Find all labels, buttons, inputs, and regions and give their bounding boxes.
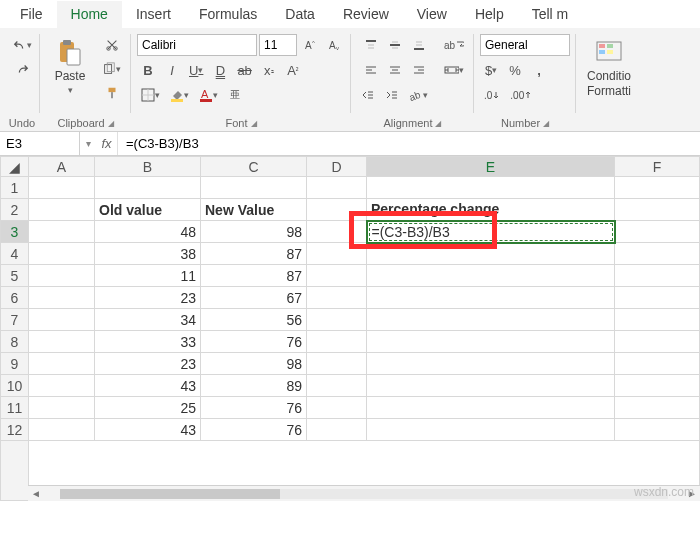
col-header-E[interactable]: E [367, 157, 615, 177]
cell-A4[interactable] [29, 243, 95, 265]
cell-F9[interactable] [615, 353, 700, 375]
row-header-11[interactable]: 11 [1, 397, 29, 419]
cell-A8[interactable] [29, 331, 95, 353]
currency-button[interactable]: $ [480, 59, 502, 81]
scroll-track[interactable] [60, 489, 668, 499]
row-header-8[interactable]: 8 [1, 331, 29, 353]
col-header-C[interactable]: C [201, 157, 307, 177]
cell-D12[interactable] [307, 419, 367, 441]
cell-E2[interactable]: Percentage change [367, 199, 615, 221]
cell-B4[interactable]: 38 [95, 243, 201, 265]
decrease-indent-button[interactable] [357, 84, 379, 106]
align-top-button[interactable] [360, 34, 382, 56]
tab-view[interactable]: View [403, 1, 461, 28]
cell-A10[interactable] [29, 375, 95, 397]
cell-B3[interactable]: 48 [95, 221, 201, 243]
cell-A12[interactable] [29, 419, 95, 441]
cell-C10[interactable]: 89 [201, 375, 307, 397]
col-header-B[interactable]: B [95, 157, 201, 177]
cell-D11[interactable] [307, 397, 367, 419]
row-header-4[interactable]: 4 [1, 243, 29, 265]
format-painter-button[interactable] [101, 82, 123, 104]
cell-F1[interactable] [615, 177, 700, 199]
cell-C4[interactable]: 87 [201, 243, 307, 265]
superscript-button[interactable]: A² [282, 59, 304, 81]
cell-E12[interactable] [367, 419, 615, 441]
cell-A9[interactable] [29, 353, 95, 375]
cell-D5[interactable] [307, 265, 367, 287]
tab-tellme[interactable]: Tell m [518, 1, 583, 28]
cell-E1[interactable] [367, 177, 615, 199]
bold-button[interactable]: B [137, 59, 159, 81]
cell-D2[interactable] [307, 199, 367, 221]
row-header-3[interactable]: 3 [1, 221, 29, 243]
cell-C6[interactable]: 67 [201, 287, 307, 309]
alignment-launcher-icon[interactable]: ◢ [435, 119, 441, 128]
cell-D8[interactable] [307, 331, 367, 353]
cell-F7[interactable] [615, 309, 700, 331]
undo-button[interactable] [9, 34, 36, 56]
merge-center-button[interactable] [440, 59, 468, 81]
align-left-button[interactable] [360, 59, 382, 81]
row-header-2[interactable]: 2 [1, 199, 29, 221]
cell-F6[interactable] [615, 287, 700, 309]
font-name-combo[interactable] [137, 34, 257, 56]
cell-B1[interactable] [95, 177, 201, 199]
clipboard-launcher-icon[interactable]: ◢ [108, 119, 114, 128]
fill-color-button[interactable] [166, 84, 193, 106]
orientation-button[interactable]: ab [405, 84, 432, 106]
cell-B7[interactable]: 34 [95, 309, 201, 331]
cell-E7[interactable] [367, 309, 615, 331]
horizontal-scrollbar[interactable]: ◄ ► [28, 485, 700, 501]
copy-button[interactable] [98, 58, 125, 80]
cell-C11[interactable]: 76 [201, 397, 307, 419]
cell-A5[interactable] [29, 265, 95, 287]
col-header-A[interactable]: A [29, 157, 95, 177]
select-all-corner[interactable]: ◢ [1, 157, 29, 177]
cell-D4[interactable] [307, 243, 367, 265]
tab-file[interactable]: File [6, 1, 57, 28]
conditional-formatting-button[interactable]: Conditio Formatti [582, 34, 636, 102]
scroll-thumb[interactable] [60, 489, 280, 499]
comma-style-button[interactable]: , [528, 59, 550, 81]
cell-E6[interactable] [367, 287, 615, 309]
phonetic-button[interactable]: 亜 [224, 84, 246, 106]
cell-A2[interactable] [29, 199, 95, 221]
font-launcher-icon[interactable]: ◢ [251, 119, 257, 128]
borders-button[interactable] [137, 84, 164, 106]
cell-D7[interactable] [307, 309, 367, 331]
cell-F5[interactable] [615, 265, 700, 287]
align-middle-button[interactable] [384, 34, 406, 56]
paste-button[interactable]: Paste [46, 34, 94, 100]
italic-button[interactable]: I [161, 59, 183, 81]
cell-B8[interactable]: 33 [95, 331, 201, 353]
cell-D6[interactable] [307, 287, 367, 309]
cell-F10[interactable] [615, 375, 700, 397]
cell-B10[interactable]: 43 [95, 375, 201, 397]
cell-C8[interactable]: 76 [201, 331, 307, 353]
strike-button[interactable]: ab [233, 59, 255, 81]
number-launcher-icon[interactable]: ◢ [543, 119, 549, 128]
tab-home[interactable]: Home [57, 1, 122, 28]
number-format-combo[interactable] [480, 34, 570, 56]
col-header-D[interactable]: D [307, 157, 367, 177]
cell-A7[interactable] [29, 309, 95, 331]
cell-F12[interactable] [615, 419, 700, 441]
row-header-7[interactable]: 7 [1, 309, 29, 331]
cell-E9[interactable] [367, 353, 615, 375]
row-header-10[interactable]: 10 [1, 375, 29, 397]
cell-C7[interactable]: 56 [201, 309, 307, 331]
subscript-button[interactable]: x₂ [258, 59, 280, 81]
increase-decimal-button[interactable]: .0 [480, 84, 504, 106]
row-header-12[interactable]: 12 [1, 419, 29, 441]
fx-button[interactable]: fx [96, 132, 118, 155]
namebox-expand-icon[interactable]: ▾ [80, 132, 96, 155]
cell-C2[interactable]: New Value [201, 199, 307, 221]
align-center-button[interactable] [384, 59, 406, 81]
row-header-1[interactable]: 1 [1, 177, 29, 199]
tab-help[interactable]: Help [461, 1, 518, 28]
row-header-5[interactable]: 5 [1, 265, 29, 287]
cell-B9[interactable]: 23 [95, 353, 201, 375]
cell-D3[interactable] [307, 221, 367, 243]
cell-B6[interactable]: 23 [95, 287, 201, 309]
